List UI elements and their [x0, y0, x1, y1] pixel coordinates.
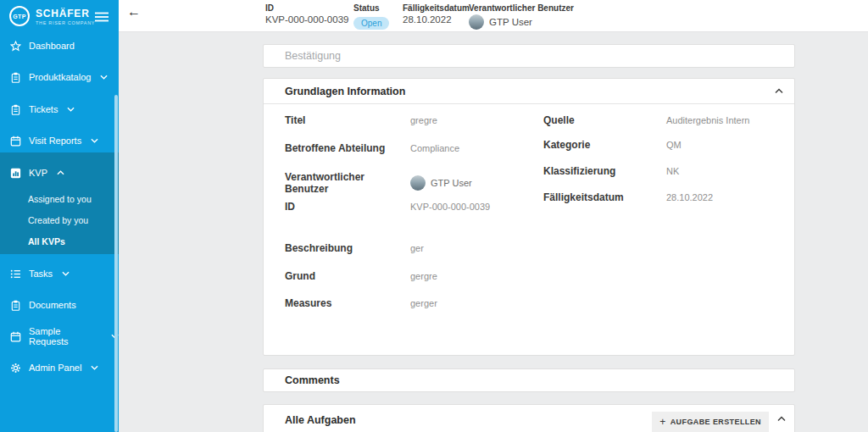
field-quelle: Quelle Auditergebnis Intern [543, 114, 749, 126]
due-date-label: Fälligkeitsdatum [403, 3, 470, 13]
sidebar-item-label: Admin Panel [29, 363, 81, 373]
field-value: Compliance [410, 143, 459, 153]
menu-icon[interactable] [95, 10, 108, 25]
field-value: Auditergebnis Intern [666, 115, 749, 125]
avatar [410, 175, 426, 191]
sidebar-item-assigned-to-you[interactable]: Assigned to you [0, 191, 119, 207]
sidebar-scrollbar[interactable] [114, 95, 118, 432]
field-label: Fälligkeitsdatum [543, 191, 666, 203]
avatar [469, 14, 484, 30]
owner-value: GTP User [489, 17, 532, 27]
field-grund: Grund gergre [285, 270, 437, 282]
field-kategorie: Kategorie QM [543, 139, 682, 151]
clipboard-icon [10, 300, 21, 311]
confirmation-panel[interactable]: Bestätigung [263, 44, 795, 68]
sidebar-subitem-label: All KVPs [28, 236, 65, 246]
sidebar: GTP SCHÄFER THE RISER COMPANY Dashboard … [0, 0, 119, 432]
field-value: QM [666, 140, 682, 150]
status-label: Status [353, 3, 389, 13]
field-betroffene-abteilung: Betroffene Abteilung Compliance [285, 142, 459, 154]
basics-panel: Grundlagen Information Titel gregre Betr… [263, 78, 795, 356]
brand-name: SCHÄFER [36, 8, 90, 19]
basics-title: Grundlagen Information [285, 86, 405, 97]
gear-icon [10, 363, 21, 374]
sidebar-item-label: Visit Reports [29, 136, 81, 146]
sidebar-item-all-kvps[interactable]: All KVPs [0, 234, 119, 249]
field-verantwortlicher-benutzer: Verantwortlicher Benutzer GTP User [285, 171, 472, 195]
header-field-status: Status Open [353, 3, 389, 30]
field-id: ID KVP-000-000-0039 [285, 201, 490, 213]
sidebar-item-produktkatalog[interactable]: Produktkatalog [0, 69, 119, 86]
field-value: gerger [410, 298, 437, 308]
chevron-down-icon [100, 75, 108, 80]
field-label: Grund [285, 270, 410, 282]
sidebar-item-documents[interactable]: Documents [0, 296, 119, 313]
sidebar-subitem-label: Assigned to you [28, 194, 92, 204]
detail-header: ← ID KVP-000-000-0039 Status Open Fällig… [119, 0, 868, 32]
sidebar-item-sample-requests[interactable]: Sample Requests [0, 328, 119, 345]
sidebar-item-label: Documents [29, 300, 76, 310]
chevron-up-icon[interactable] [777, 416, 786, 422]
field-measures: Measures gerger [285, 297, 437, 309]
sidebar-item-label: KVP [29, 168, 47, 178]
field-label: Titel [285, 114, 410, 126]
back-arrow-icon[interactable]: ← [127, 5, 141, 19]
gtp-logo-icon: GTP [9, 6, 30, 26]
chevron-down-icon [91, 138, 98, 143]
sidebar-item-label: Produktkatalog [29, 72, 91, 82]
field-label: ID [285, 201, 410, 213]
sidebar-item-tasks[interactable]: Tasks [0, 265, 119, 282]
field-label: Measures [285, 297, 410, 309]
field-value: ger [410, 243, 424, 253]
field-value: 28.10.2022 [666, 192, 713, 202]
field-value: gregre [410, 115, 437, 125]
sidebar-item-tickets[interactable]: Tickets [0, 101, 119, 118]
create-task-button[interactable]: + AUFGABE ERSTELLEN [652, 412, 769, 432]
list-icon [10, 269, 21, 280]
header-field-owner: Verantwortlicher Benutzer GTP User [469, 3, 574, 30]
sidebar-item-admin-panel[interactable]: Admin Panel [0, 359, 119, 376]
field-label: Beschreibung [285, 242, 410, 254]
sidebar-subitem-label: Created by you [28, 215, 88, 225]
owner-label: Verantwortlicher Benutzer [469, 3, 574, 13]
chevron-down-icon [91, 365, 98, 370]
field-label: Kategorie [543, 139, 666, 151]
tasks-panel: Alle Aufgaben + AUFGABE ERSTELLEN [263, 404, 795, 432]
sidebar-item-created-by-you[interactable]: Created by you [0, 213, 119, 228]
confirmation-title: Bestätigung [285, 50, 341, 62]
sidebar-item-label: Sample Requests [29, 326, 102, 346]
header-field-due-date: Fälligkeitsdatum 28.10.2022 [403, 3, 470, 25]
calendar-icon [10, 136, 21, 147]
basics-panel-header[interactable]: Grundlagen Information [264, 79, 794, 104]
sidebar-item-label: Tasks [29, 269, 53, 279]
comments-title: Comments [285, 374, 340, 386]
tasks-title: Alle Aufgaben [285, 414, 356, 426]
field-value: GTP User [431, 178, 472, 188]
plus-icon: + [659, 417, 665, 427]
field-label: Verantwortlicher Benutzer [285, 171, 410, 195]
field-value: KVP-000-000-0039 [410, 202, 490, 212]
sidebar-item-label: Dashboard [29, 41, 75, 51]
field-beschreibung: Beschreibung ger [285, 242, 424, 254]
field-faelligkeitsdatum: Fälligkeitsdatum 28.10.2022 [543, 191, 713, 203]
field-value: gergre [410, 271, 437, 281]
header-field-id: ID KVP-000-000-0039 [265, 3, 348, 25]
field-klassifizierung: Klassifizierung NK [543, 165, 679, 177]
chevron-up-icon[interactable] [775, 88, 783, 94]
app-logo: GTP SCHÄFER THE RISER COMPANY [0, 6, 119, 31]
create-task-button-label: AUFGABE ERSTELLEN [670, 418, 761, 426]
sidebar-item-kvp[interactable]: KVP [0, 164, 119, 181]
field-label: Klassifizierung [543, 165, 666, 177]
chevron-down-icon [62, 271, 70, 276]
brand-tagline: THE RISER COMPANY [36, 20, 95, 25]
sidebar-item-label: Tickets [29, 104, 58, 114]
sidebar-item-dashboard[interactable]: Dashboard [0, 37, 119, 54]
id-label: ID [265, 3, 348, 13]
sidebar-item-visit-reports[interactable]: Visit Reports [0, 132, 119, 149]
chevron-up-icon [57, 170, 64, 175]
chevron-down-icon [67, 107, 75, 112]
comments-panel[interactable]: Comments [263, 368, 795, 392]
calendar-icon [10, 331, 21, 342]
field-value: NK [666, 166, 679, 176]
id-value: KVP-000-000-0039 [265, 14, 348, 25]
